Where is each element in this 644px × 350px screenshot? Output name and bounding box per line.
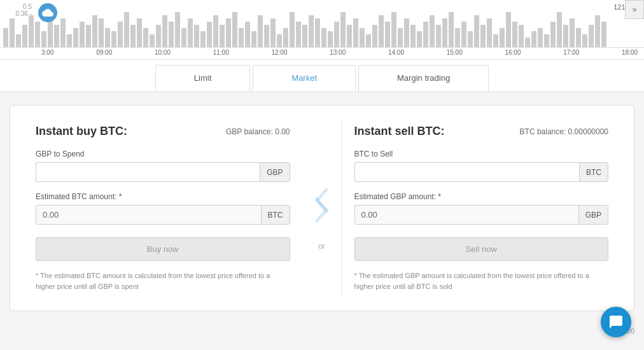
chart-bar: [213, 15, 218, 47]
chart-bar: [455, 28, 460, 47]
chart-bar: [118, 22, 123, 47]
sell-now-button[interactable]: Sell now: [354, 237, 609, 261]
buy-spend-suffix: GBP: [260, 162, 290, 182]
chart-bar: [360, 28, 365, 47]
time-label: 18:00: [622, 49, 638, 56]
chart-bar: [480, 25, 486, 47]
chart-bars: [0, 12, 644, 47]
chart-bar: [449, 12, 454, 47]
chart-bar: [264, 25, 269, 47]
chart-bar: [309, 15, 314, 47]
chart-bar: [506, 12, 511, 47]
chart-container: 0.5 0.36 - 12100.0 »: [0, 0, 644, 48]
chart-logo: [38, 3, 57, 22]
chart-bar: [124, 12, 129, 47]
chat-button[interactable]: [601, 307, 631, 337]
chart-bar: [16, 34, 21, 47]
chart-bar: [290, 12, 295, 47]
chart-bar: [430, 15, 435, 47]
time-label: 09:00: [96, 49, 112, 56]
chart-bar: [258, 15, 263, 47]
chart-bar: [340, 12, 346, 47]
chart-bar: [468, 31, 473, 47]
chart-bar: [328, 31, 333, 47]
chart-bar: [188, 18, 193, 47]
chart-bar: [379, 15, 384, 47]
chart-bar: [512, 22, 517, 47]
tab-market[interactable]: Market: [253, 65, 356, 92]
chart-bar: [277, 34, 282, 47]
sell-amount-input[interactable]: [354, 162, 580, 182]
chart-bar: [283, 28, 288, 47]
chart-bar: [175, 12, 180, 47]
chart-bar: [595, 15, 600, 47]
chart-bar: [417, 31, 422, 47]
time-label: 16:00: [505, 49, 521, 56]
chart-bar: [92, 15, 97, 47]
or-divider: or: [303, 118, 341, 298]
cloud-icon: [42, 7, 53, 18]
chart-bar: [239, 28, 244, 47]
chart-bar: [347, 25, 352, 47]
chart-bar: [461, 22, 466, 47]
chart-bar: [41, 31, 46, 47]
sell-estimated-suffix: GBP: [578, 205, 608, 225]
sell-estimated-input-group: GBP: [354, 205, 609, 225]
chart-bar: [80, 22, 85, 47]
chart-bar: [519, 25, 524, 47]
chart-bar: [601, 22, 606, 47]
chart-bar: [550, 22, 556, 47]
chart-bar: [557, 12, 562, 47]
chart-bar: [270, 18, 276, 47]
buy-spend-label: GBP to Spend: [36, 150, 290, 158]
buy-disclaimer: * The estimated BTC amount is calculated…: [36, 270, 290, 291]
buy-spend-input[interactable]: [36, 162, 260, 182]
chart-bar: [302, 25, 307, 47]
tab-limit[interactable]: Limit: [155, 65, 250, 92]
sell-amount-suffix: BTC: [579, 162, 608, 182]
chart-bar: [589, 25, 594, 47]
chart-bar: [67, 34, 72, 47]
chart-y-label: 0.5 0.36 -: [0, 3, 35, 17]
chart-bar: [372, 25, 377, 47]
sell-estimated-group: Estimated GBP amount: * GBP: [354, 192, 609, 225]
chart-bar: [570, 18, 575, 47]
chat-icon: [608, 314, 624, 330]
tab-margin-trading[interactable]: Margin trading: [358, 65, 489, 92]
chart-bar: [194, 25, 199, 47]
chart-bar: [169, 22, 174, 47]
bottom-bar: 100: [0, 324, 644, 338]
sell-amount-group: BTC: [354, 162, 609, 182]
buy-spend-group: GBP: [36, 162, 290, 182]
chart-bar: [111, 31, 116, 47]
chart-bar: [29, 15, 34, 47]
sell-balance-label: BTC balance: 0.00000000: [520, 127, 608, 136]
chart-bar: [251, 31, 256, 47]
sell-estimated-label: Estimated GBP amount: *: [354, 192, 609, 201]
chart-bar: [73, 28, 78, 47]
chart-bar: [487, 18, 492, 47]
chart-bar: [54, 25, 59, 47]
chart-nav-button[interactable]: »: [625, 0, 644, 19]
chart-bar: [321, 28, 326, 47]
chart-bar: [130, 25, 136, 47]
chart-bar: [162, 15, 167, 47]
chart-bar: [531, 31, 536, 47]
time-label: 17:00: [563, 49, 579, 56]
chart-bar: [143, 28, 148, 47]
chart-bar: [10, 18, 15, 47]
chart-bar: [220, 25, 225, 47]
time-labels: 3:0009:0010:0011:0012:0013:0014:0015:001…: [38, 49, 641, 56]
chart-bar: [423, 22, 428, 47]
time-label: 12:00: [271, 49, 287, 56]
time-label: 10:00: [155, 49, 171, 56]
buy-estimated-suffix: BTC: [261, 205, 290, 225]
sell-amount-label: BTC to Sell: [354, 150, 609, 158]
buy-estimated-input: [36, 205, 261, 225]
chart-bar: [150, 34, 155, 47]
buy-now-button[interactable]: Buy now: [36, 237, 290, 261]
time-label: 11:00: [213, 49, 229, 56]
chart-bar: [226, 18, 231, 47]
or-text: or: [315, 239, 328, 254]
chart-bar: [436, 25, 441, 47]
